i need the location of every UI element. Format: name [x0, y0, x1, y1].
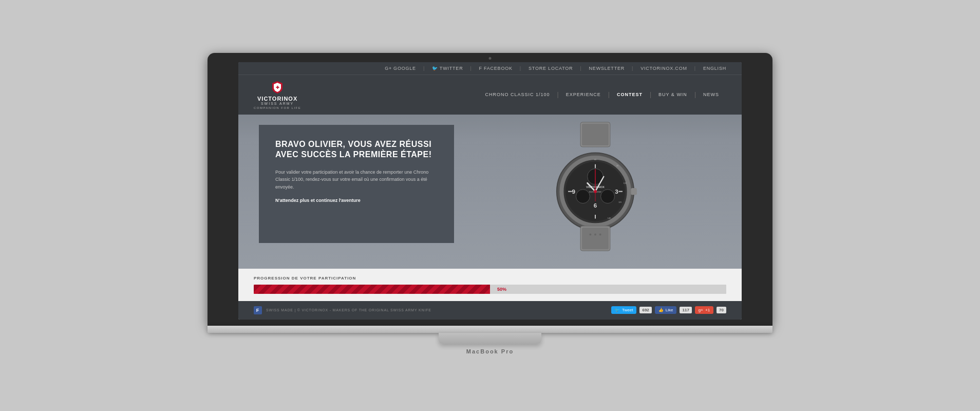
util-sep-6: | — [694, 66, 696, 71]
svg-text:6: 6 — [594, 202, 597, 209]
facebook-thumb-icon: 👍 — [658, 308, 664, 312]
watch-image-area: VICTORINOX SWISS ARMY — [469, 125, 721, 253]
site-wrapper: g+ Google | 🐦 Twitter | f Facebook | — [238, 62, 742, 320]
svg-text:60: 60 — [594, 158, 596, 160]
svg-point-10 — [601, 189, 615, 203]
nav-experience[interactable]: EXPERIENCE — [559, 83, 608, 106]
svg-point-21 — [594, 190, 597, 193]
util-sep-5: | — [632, 66, 633, 71]
svg-text:120: 120 — [618, 201, 621, 203]
footer-facebook-icon: f — [254, 306, 262, 314]
progress-fill: 50% — [254, 285, 490, 294]
svg-point-34 — [599, 233, 601, 235]
facebook-icon: f — [479, 66, 482, 71]
twitter-bird-icon: 🐦 — [615, 308, 620, 312]
brand-tagline: COMPANION FOR LIFE — [254, 106, 301, 109]
util-facebook-label: Facebook — [484, 66, 513, 71]
footer: f SWISS MADE | © VICTORINOX - MAKERS OF … — [238, 301, 742, 320]
util-store-locator[interactable]: Store Locator — [529, 66, 573, 71]
footer-copyright: SWISS MADE | © VICTORINOX - MAKERS OF TH… — [266, 308, 431, 312]
util-facebook[interactable]: f Facebook — [479, 66, 513, 71]
like-count: 117 — [680, 307, 691, 313]
message-box: BRAVO OLIVIER, VOUS AVEZ RÉUSSI AVEC SUC… — [259, 125, 454, 243]
progress-label: PROGRESSION DE VOTRE PARTICIPATION — [254, 276, 726, 281]
like-label: Like — [666, 308, 673, 312]
gplus-label: +1 — [705, 308, 710, 312]
svg-rect-5 — [631, 188, 637, 194]
nav-links: CHRONO CLASSIC 1/100 | EXPERIENCE | CONT… — [478, 83, 726, 106]
nav-chrono[interactable]: CHRONO CLASSIC 1/100 — [478, 83, 557, 106]
progress-section: PROGRESSION DE VOTRE PARTICIPATION 50% — [238, 269, 742, 301]
util-google-label: Google — [393, 66, 416, 71]
brand-name: VICTORINOX — [257, 96, 297, 102]
nav-news[interactable]: NEWS — [696, 83, 726, 106]
footer-social: 🐦 Tweet 692 👍 Like 117 g+ +1 — [611, 306, 726, 314]
utility-bar: g+ Google | 🐦 Twitter | f Facebook | — [238, 62, 742, 74]
svg-text:100: 100 — [624, 182, 627, 184]
svg-text:9: 9 — [572, 189, 575, 195]
svg-text:✚: ✚ — [276, 85, 279, 90]
success-cta: N'attendez plus et continuez l'aventure — [275, 198, 438, 203]
google-icon: g+ — [385, 66, 392, 71]
gplus-count: 70 — [717, 307, 726, 313]
svg-rect-2 — [582, 123, 609, 145]
svg-point-9 — [576, 189, 590, 203]
brand-sub: SWISS ARMY — [261, 102, 294, 105]
svg-point-32 — [589, 233, 591, 235]
like-button[interactable]: 👍 Like — [655, 306, 677, 314]
svg-rect-31 — [582, 227, 609, 249]
laptop-container: g+ Google | 🐦 Twitter | f Facebook | — [208, 53, 772, 359]
success-title: BRAVO OLIVIER, VOUS AVEZ RÉUSSI AVEC SUC… — [275, 139, 438, 161]
laptop-screen: g+ Google | 🐦 Twitter | f Facebook | — [238, 62, 742, 320]
svg-text:140: 140 — [608, 217, 611, 219]
gplus-icon: g+ — [699, 308, 703, 312]
twitter-icon: 🐦 — [432, 66, 438, 71]
main-nav: ✚ VICTORINOX SWISS ARMY COMPANION FOR LI… — [238, 74, 742, 115]
util-victorinox-label: Victorinox.com — [640, 66, 687, 71]
logo-area: ✚ VICTORINOX SWISS ARMY COMPANION FOR LI… — [254, 75, 301, 115]
watch-image: VICTORINOX SWISS ARMY — [539, 120, 652, 253]
footer-left: f SWISS MADE | © VICTORINOX - MAKERS OF … — [254, 306, 431, 314]
tweet-button[interactable]: 🐦 Tweet — [611, 306, 636, 314]
gplus-button[interactable]: g+ +1 — [695, 306, 713, 314]
tweet-count: 692 — [639, 307, 651, 313]
laptop-model-label: MacBook Pro — [208, 344, 772, 359]
util-twitter-label: Twitter — [440, 66, 463, 71]
camera-dot — [489, 57, 492, 60]
svg-text:80: 80 — [616, 165, 618, 167]
nav-buy-win[interactable]: BUY & WIN — [651, 83, 694, 106]
svg-text:3: 3 — [615, 189, 618, 195]
content-area: BRAVO OLIVIER, VOUS AVEZ RÉUSSI AVEC SUC… — [238, 115, 742, 269]
tweet-label: Tweet — [622, 308, 633, 312]
util-language-label: English — [703, 66, 726, 71]
util-newsletter-label: Newsletter — [589, 66, 625, 71]
util-twitter[interactable]: 🐦 Twitter — [432, 66, 463, 71]
nav-contest[interactable]: CONTEST — [610, 83, 650, 106]
util-sep-4: | — [580, 66, 581, 71]
util-store-label: Store Locator — [529, 66, 573, 71]
util-sep-2: | — [470, 66, 472, 71]
progress-percent-label: 50% — [497, 287, 506, 292]
svg-point-33 — [594, 233, 596, 235]
util-victorinox[interactable]: Victorinox.com — [640, 66, 687, 71]
util-sep-1: | — [423, 66, 425, 71]
util-language[interactable]: English — [703, 66, 726, 71]
util-newsletter[interactable]: Newsletter — [589, 66, 625, 71]
victorinox-shield-icon: ✚ — [270, 80, 285, 95]
util-sep-3: | — [520, 66, 521, 71]
success-body: Pour valider votre participation et avoi… — [275, 169, 438, 191]
screen-bezel: g+ Google | 🐦 Twitter | f Facebook | — [208, 53, 772, 326]
progress-bar: 50% — [254, 285, 726, 294]
util-google[interactable]: g+ Google — [385, 66, 416, 71]
